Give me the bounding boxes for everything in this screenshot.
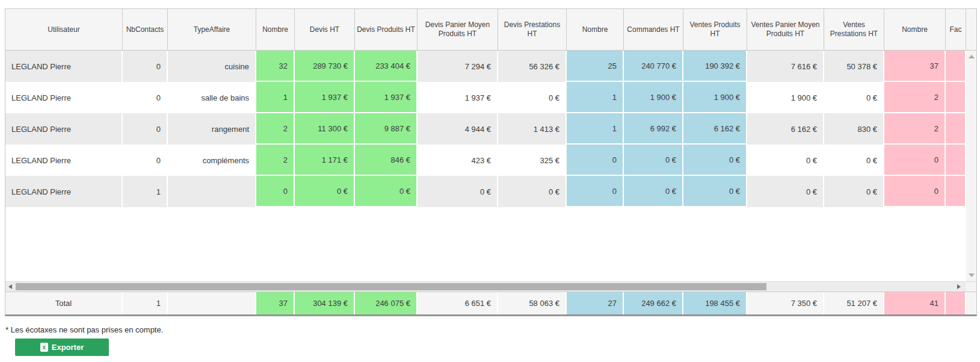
cell-devis-prestations-ht: 56 326 € — [498, 51, 567, 82]
cell-ventes-produits-ht: 1 900 € — [683, 82, 747, 113]
vertical-scrollbar[interactable] — [966, 51, 976, 281]
cell-devis-panier-moyen-produits-ht: 4 944 € — [418, 113, 498, 145]
cell-nbcontacts: 1 — [123, 292, 168, 314]
cell-ventes-prestations-ht: 830 € — [824, 113, 884, 145]
cell-commandes-nombre: 1 — [567, 113, 624, 145]
cell-devis-nombre: 32 — [256, 51, 295, 82]
cell-ventes-prestations-ht: 50 378 € — [824, 51, 884, 82]
cell-devis-produits-ht: 0 € — [355, 176, 418, 207]
cell-commandes-ht: 240 770 € — [624, 51, 683, 82]
cell-typeaffaire — [168, 176, 256, 207]
cell-ventes-prestations-ht: 0 € — [824, 82, 884, 113]
column-header-ventes-prestations-ht[interactable]: Ventes Prestations HT — [824, 9, 884, 50]
column-header-devis-panier-moyen-produits-ht[interactable]: Devis Panier Moyen Produits HT — [418, 9, 498, 50]
cell-devis-panier-moyen-produits-ht: 1 937 € — [418, 82, 498, 113]
cell-ventes-prestations-ht: 51 207 € — [824, 292, 884, 314]
column-header-ventes-produits-ht[interactable]: Ventes Produits HT — [683, 9, 747, 50]
column-header-utilisateur[interactable]: Utilisateur — [5, 9, 123, 50]
cell-ventes-produits-ht: 6 162 € — [683, 113, 747, 145]
cell-utilisateur: LEGLAND Pierre — [5, 113, 123, 145]
cell-devis-prestations-ht: 58 063 € — [498, 292, 567, 314]
table-row[interactable]: LEGLAND Pierre0cuisine32289 730 €233 404… — [5, 51, 966, 82]
cell-devis-prestations-ht: 1 413 € — [498, 113, 567, 145]
cell-devis-ht: 0 € — [295, 176, 355, 207]
column-header-devis-produits-ht[interactable]: Devis Produits HT — [355, 9, 418, 50]
cell-typeaffaire: compléments — [168, 145, 256, 176]
cell-devis-ht: 1 937 € — [295, 82, 355, 113]
table-row[interactable]: LEGLAND Pierre100 €0 €0 €0 €00 €0 €0 €0 … — [5, 176, 966, 207]
cell-typeaffaire: cuisine — [168, 51, 256, 82]
cell-commandes-ht: 6 992 € — [624, 113, 683, 145]
table-row[interactable]: LEGLAND Pierre0salle de bains11 937 €1 9… — [5, 82, 966, 113]
cell-devis-ht: 11 300 € — [295, 113, 355, 145]
cell-typeaffaire: salle de bains — [168, 82, 256, 113]
table-row[interactable]: LEGLAND Pierre0compléments21 171 €846 €4… — [5, 145, 966, 176]
column-header-devis-prestations-ht[interactable]: Devis Prestations HT — [498, 9, 567, 50]
export-button[interactable]: x Exporter — [15, 339, 109, 356]
scroll-down-icon[interactable] — [969, 273, 975, 277]
cell-fac — [946, 176, 966, 207]
header-corner — [966, 9, 976, 50]
cell-fac — [946, 51, 966, 82]
column-header-devis-ht[interactable]: Devis HT — [295, 9, 355, 50]
cell-commandes-ht: 0 € — [624, 176, 683, 207]
cell-devis-nombre: 0 — [256, 176, 295, 207]
cell-typeaffaire — [168, 292, 256, 314]
cell-fac — [946, 145, 966, 176]
cell-devis-prestations-ht: 0 € — [498, 176, 567, 207]
cell-devis-prestations-ht: 325 € — [498, 145, 567, 176]
cell-ventes-panier-moyen-produits-ht: 0 € — [747, 145, 824, 176]
column-header-factures-nombre[interactable]: Nombre — [884, 9, 946, 50]
cell-ventes-prestations-ht: 0 € — [824, 176, 884, 207]
cell-utilisateur: LEGLAND Pierre — [5, 145, 123, 176]
cell-factures-nombre: 41 — [884, 292, 946, 314]
cell-factures-nombre: 2 — [884, 82, 946, 113]
table-row[interactable]: LEGLAND Pierre0rangement211 300 €9 887 €… — [5, 113, 966, 145]
cell-nbcontacts: 1 — [123, 176, 168, 207]
footnote: * Les écotaxes ne sont pas prises en com… — [5, 325, 163, 334]
report-page: UtilisateurNbContactsTypeAffaireNombreDe… — [0, 0, 980, 362]
cell-commandes-nombre: 0 — [567, 176, 624, 207]
column-header-ventes-panier-moyen-produits-ht[interactable]: Ventes Panier Moyen Produits HT — [747, 9, 824, 50]
column-header-nbcontacts[interactable]: NbContacts — [123, 9, 168, 50]
cell-devis-ht: 304 139 € — [295, 292, 355, 314]
cell-devis-produits-ht: 246 075 € — [355, 292, 418, 314]
scroll-right-icon[interactable] — [957, 284, 961, 289]
scroll-up-icon[interactable] — [969, 55, 975, 58]
cell-devis-nombre: 37 — [256, 292, 295, 314]
cell-nbcontacts: 0 — [123, 145, 168, 176]
cell-devis-panier-moyen-produits-ht: 0 € — [418, 176, 498, 207]
cell-factures-nombre: 0 — [884, 176, 946, 207]
cell-nbcontacts: 0 — [123, 113, 168, 145]
scroll-left-icon[interactable] — [8, 284, 12, 289]
column-header-commandes-nombre[interactable]: Nombre — [567, 9, 624, 50]
cell-commandes-nombre: 1 — [567, 82, 624, 113]
column-header-devis-nombre[interactable]: Nombre — [256, 9, 295, 50]
export-button-label: Exporter — [52, 343, 84, 352]
cell-commandes-nombre: 25 — [567, 51, 624, 82]
cell-ventes-panier-moyen-produits-ht: 6 162 € — [747, 113, 824, 145]
cell-commandes-ht: 0 € — [624, 145, 683, 176]
cell-devis-panier-moyen-produits-ht: 7 294 € — [418, 51, 498, 82]
cell-fac — [946, 113, 966, 145]
cell-commandes-nombre: 27 — [567, 292, 624, 314]
cell-utilisateur: Total — [5, 292, 123, 314]
column-header-typeaffaire[interactable]: TypeAffaire — [168, 9, 256, 50]
horizontal-scrollbar-thumb[interactable] — [16, 283, 766, 290]
column-header-fac[interactable]: Fac — [946, 9, 966, 50]
cell-commandes-ht: 249 662 € — [624, 292, 683, 314]
grid-rows: LEGLAND Pierre0cuisine32289 730 €233 404… — [5, 51, 966, 281]
cell-ventes-panier-moyen-produits-ht: 7 350 € — [747, 292, 824, 314]
cell-utilisateur: LEGLAND Pierre — [5, 176, 123, 207]
cell-devis-ht: 289 730 € — [295, 51, 355, 82]
table-body: LEGLAND Pierre0cuisine32289 730 €233 404… — [5, 51, 976, 281]
cell-devis-prestations-ht: 0 € — [498, 82, 567, 113]
cell-fac — [946, 292, 966, 314]
column-header-commandes-ht[interactable]: Commandes HT — [624, 9, 683, 50]
cell-devis-nombre: 2 — [256, 113, 295, 145]
horizontal-scrollbar[interactable] — [5, 281, 976, 292]
cell-ventes-prestations-ht: 0 € — [824, 145, 884, 176]
total-row: Total137304 139 €246 075 €6 651 €58 063 … — [5, 292, 976, 314]
cell-devis-produits-ht: 846 € — [355, 145, 418, 176]
cell-ventes-panier-moyen-produits-ht: 0 € — [747, 176, 824, 207]
